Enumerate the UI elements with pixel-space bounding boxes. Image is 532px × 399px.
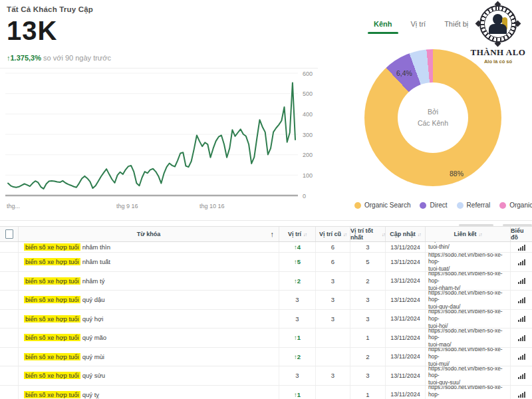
column-label: Vị trí cũ — [319, 231, 341, 237]
column-header-1[interactable]: Từ khóa↑ — [19, 227, 279, 241]
position-up-value: ↑4 — [294, 243, 301, 251]
result-link[interactable]: https://sodo.net.vn/bien-so-xe-hop-tuoi-… — [426, 291, 510, 309]
column-label: Cập nhật — [390, 231, 416, 237]
logo-name: THÀNH ALO — [466, 47, 531, 58]
column-header-3[interactable]: Vị trí cũ↓↑ — [316, 227, 350, 241]
position-up-value: ↑2 — [294, 277, 301, 285]
tab-vi-tri[interactable]: Vị trí — [411, 20, 426, 34]
position-value: 3 — [295, 296, 299, 303]
sort-icon[interactable]: ↓↑ — [343, 232, 346, 237]
mini-bar-chart-icon[interactable] — [518, 334, 525, 341]
sort-icon[interactable]: ↓↑ — [418, 232, 421, 237]
keyword-cell[interactable]: biển số xe hợp tuổiquý mão — [19, 329, 279, 347]
result-link[interactable]: https://sodo.net.vn/bien-so-xe-hop-tuoi-… — [426, 348, 510, 366]
chart-cell — [511, 386, 532, 399]
result-link[interactable]: https://sodo.net.vn/bien-so-xe-hop-tuoi-… — [426, 253, 510, 271]
sort-icon[interactable]: ↓↑ — [479, 232, 482, 237]
link-cell: https://sodo.net.vn/bien-so-xe-hop-tuoi-… — [426, 272, 511, 291]
result-link[interactable]: https://sodo.net.vn/bien-so-xe-hop-tuoi-… — [426, 366, 510, 385]
y-tick: 0 — [303, 193, 306, 200]
legend-label: Organic Social — [509, 201, 532, 209]
link-cell: https://sodo.net.vn/bien-so-xe-hop-tuoi-… — [426, 242, 511, 252]
column-header-5[interactable]: Cập nhật↓↑ — [386, 227, 426, 241]
y-tick: 300 — [303, 132, 313, 138]
result-link[interactable]: https://sodo.net.vn/bien-so-xe-hop-tuoi-… — [426, 310, 510, 329]
row-select-cell — [0, 310, 19, 329]
highlighted-keyword: biển số xe hợp tuổi — [24, 258, 80, 265]
keyword-cell[interactable]: biển số xe hợp tuổiquý hợi — [19, 310, 279, 329]
table-row: biển số xe hợp tuổinhâm tý↑23213/11/2024… — [0, 272, 532, 291]
table-row: biển số xe hợp tuổiquý dậu33313/11/2024h… — [0, 291, 532, 310]
legend-item[interactable]: Direct — [420, 201, 447, 209]
line-chart-plot — [5, 70, 301, 201]
row-select-cell — [0, 366, 19, 385]
highlighted-keyword: biển số xe hợp tuổi — [24, 334, 80, 341]
best-position-cell: 1 — [350, 386, 386, 399]
keyword-cell[interactable]: biển số xe hợp tuổiquý sửu — [19, 366, 279, 385]
result-link[interactable]: https://sodo.net.vn/bien-so-xe-hop-tuoi-… — [426, 242, 510, 251]
mini-bar-chart-icon[interactable] — [518, 277, 525, 284]
result-link[interactable]: https://sodo.net.vn/bien-so-xe-hop-tuoi-… — [426, 272, 510, 291]
best-position-cell: 3 — [350, 291, 386, 309]
mini-bar-chart-icon[interactable] — [518, 353, 525, 360]
mini-bar-chart-icon[interactable] — [518, 297, 525, 303]
result-link[interactable]: https://sodo.net.vn/bien-so-xe-hop-tuoi-… — [426, 329, 510, 347]
row-select-cell — [0, 348, 19, 366]
tab-thiet-bi[interactable]: Thiết bị — [444, 20, 468, 34]
keyword-cell[interactable]: biển số xe hợp tuổiquý dậu — [19, 291, 279, 309]
legend-item[interactable]: Organic Social — [499, 201, 532, 209]
y-tick: 100 — [303, 172, 313, 179]
mini-bar-chart-icon[interactable] — [518, 259, 525, 265]
column-header-2[interactable]: Vị trí↓↑ — [279, 227, 316, 241]
updated-cell: 13/11/2024 — [386, 253, 426, 271]
keyword-cell[interactable]: biển số xe hợp tuổinhâm thìn — [19, 242, 279, 252]
mini-bar-chart-icon[interactable] — [518, 315, 525, 322]
position-value: 3 — [295, 315, 299, 323]
legend-dot-icon — [420, 202, 426, 209]
copy-keywords-button[interactable] — [0, 227, 19, 241]
best-position-cell: 3 — [350, 310, 386, 329]
table-row: biển số xe hợp tuổiquý sửu33313/11/2024h… — [0, 366, 532, 386]
mini-bar-chart-icon[interactable] — [518, 391, 525, 398]
column-header-4[interactable]: Vị trí tốt nhất↓↑ — [350, 227, 386, 241]
highlighted-keyword: biển số xe hợp tuổi — [24, 277, 80, 285]
column-header-6[interactable]: Liên kết↓↑ — [426, 227, 511, 241]
updated-cell: 13/11/2024 — [386, 329, 426, 347]
position-cell: 3 — [279, 291, 316, 309]
old-position-cell — [316, 386, 350, 399]
sort-icon[interactable]: ↓↑ — [382, 232, 385, 237]
link-cell: https://sodo.net.vn/bien-so-xe-hop-tuoi-… — [426, 253, 511, 271]
best-position-cell: 5 — [350, 253, 386, 271]
keyword-cell[interactable]: biển số xe hợp tuổiquý tỵ — [19, 386, 279, 399]
legend-item[interactable]: Referral — [457, 201, 491, 209]
chart-cell — [511, 348, 532, 366]
sort-asc-icon[interactable]: ↑ — [271, 230, 275, 238]
position-cell: ↑1 — [279, 386, 316, 399]
legend-item[interactable]: Organic Search — [354, 201, 410, 209]
compass-portrait-icon — [477, 3, 519, 45]
sort-icon[interactable]: ↓↑ — [303, 232, 307, 237]
table-body: biển số xe hợp tuổinhâm thìn↑46313/11/20… — [0, 242, 532, 399]
result-link[interactable]: https://sodo.net.vn/bien-so-xe-hop-tuoi-… — [426, 386, 510, 399]
position-up-value: ↑5 — [294, 258, 301, 265]
keyword-cell[interactable]: biển số xe hợp tuổiquý mùi — [19, 348, 279, 366]
column-label: Vị trí tốt nhất — [350, 227, 380, 241]
position-cell: 3 — [279, 310, 316, 329]
column-header-7: Biểu đồ — [511, 227, 532, 241]
row-select-cell — [0, 329, 19, 347]
position-up-value: ↑1 — [294, 334, 301, 341]
updated-cell: 13/11/2024 — [386, 366, 426, 385]
x-tick: thg 10 16 — [200, 203, 225, 209]
mini-bar-chart-icon[interactable] — [518, 244, 525, 251]
highlighted-keyword: biển số xe hợp tuổi — [24, 296, 80, 303]
keyword-cell[interactable]: biển số xe hợp tuổinhâm tý — [19, 272, 279, 291]
mini-bar-chart-icon[interactable] — [518, 372, 525, 379]
keyword-cell[interactable]: biển số xe hợp tuổinhâm tuất — [19, 253, 279, 271]
tab-kenh[interactable]: Kênh — [374, 20, 392, 34]
visitors-line-chart: 0100200300400500600 thg...thg 9 16thg 10… — [5, 70, 318, 213]
y-tick: 400 — [303, 111, 313, 118]
x-tick: thg... — [7, 203, 20, 209]
table-row: biển số xe hợp tuổiquý mão↑1113/11/2024h… — [0, 329, 532, 348]
highlighted-keyword: biển số xe hợp tuổi — [24, 315, 80, 323]
best-position-cell: 2 — [350, 348, 386, 366]
